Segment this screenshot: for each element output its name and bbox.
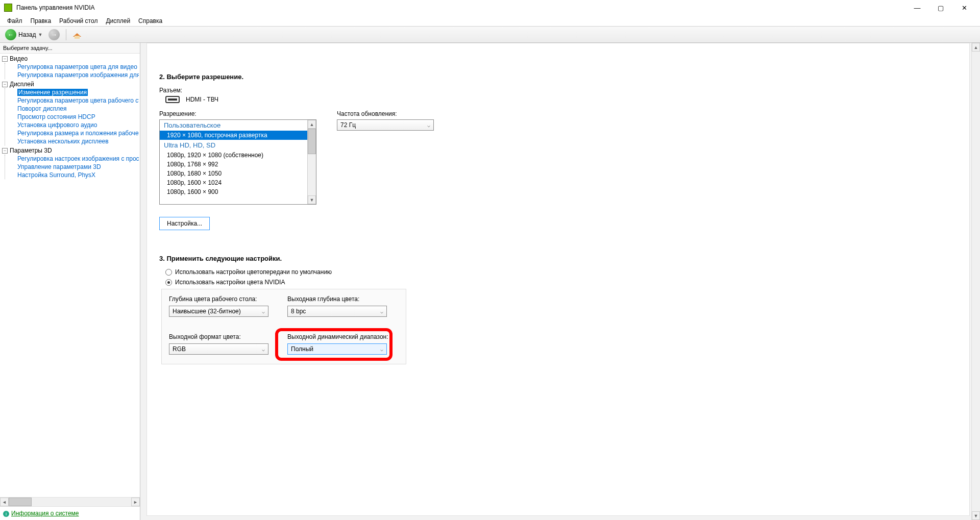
chevron-down-icon: ⌵ (262, 346, 265, 352)
menu-help[interactable]: Справка (134, 16, 166, 26)
scroll-thumb[interactable] (9, 498, 32, 506)
menu-desktop[interactable]: Рабочий стол (55, 16, 102, 26)
output-depth-value: 8 bpc (291, 308, 306, 315)
scroll-up-icon[interactable]: ▲ (308, 120, 316, 129)
output-format-dropdown[interactable]: RGB ⌵ (169, 343, 268, 355)
resolution-listbox[interactable]: Пользовательское 1920 × 1080, построчная… (159, 119, 316, 205)
tree-item[interactable]: Регулировка параметров цвета для видео (16, 63, 139, 71)
tree-group-label: Видео (10, 55, 28, 62)
reslist-item[interactable]: 1920 × 1080, построчная развертка (160, 131, 307, 140)
refresh-rate-dropdown[interactable]: 72 Гц ⌵ (337, 119, 434, 131)
output-format-value: RGB (173, 345, 186, 353)
scroll-track[interactable] (972, 52, 980, 511)
scroll-track[interactable] (9, 498, 131, 506)
titlebar: Панель управления NVIDIA — ▢ ✕ (0, 0, 980, 15)
tree-item[interactable]: Настройка Surround, PhysX (16, 171, 139, 179)
dynamic-range-value: Полный (291, 345, 313, 353)
reslist-group-custom: Пользовательское (160, 120, 307, 131)
info-icon: i (3, 511, 9, 517)
reslist-item[interactable]: 1080p, 1600 × 1024 (160, 178, 307, 187)
output-format-label: Выходной формат цвета: (169, 333, 281, 340)
collapse-icon[interactable]: − (2, 56, 8, 62)
tree-group-label: Дисплей (10, 81, 34, 88)
scroll-up-icon[interactable]: ▲ (972, 43, 980, 52)
back-icon: ← (5, 29, 16, 40)
radio-default-label: Использовать настройки цветопередачи по … (175, 268, 332, 276)
section-3-title: 3. Применить следующие настройки. (159, 255, 957, 262)
tree-group-label: Параметры 3D (10, 147, 52, 154)
system-info-link[interactable]: Информация о системе (11, 510, 79, 517)
home-icon (72, 30, 82, 39)
sidebar-footer: iИнформация о системе (0, 506, 140, 520)
desktop-depth-dropdown[interactable]: Наивысшее (32-битное) ⌵ (169, 306, 268, 317)
scroll-down-icon[interactable]: ▼ (308, 195, 316, 204)
section-2-title: 2. Выберите разрешение. (159, 73, 957, 81)
nvidia-icon (4, 4, 12, 12)
minimize-button[interactable]: — (905, 0, 929, 15)
tree-group-video[interactable]: − Видео (1, 55, 139, 63)
menu-display[interactable]: Дисплей (102, 16, 134, 26)
toolbar-separator (66, 29, 66, 40)
sidebar-header: Выберите задачу... (0, 43, 140, 54)
close-button[interactable]: ✕ (952, 0, 976, 15)
scroll-left-icon[interactable]: ◄ (0, 498, 9, 506)
collapse-icon[interactable]: − (2, 148, 8, 154)
scroll-thumb[interactable] (308, 129, 316, 154)
tree-item[interactable]: Просмотр состояния HDCP (16, 113, 139, 121)
toolbar: ← Назад ▼ → (0, 27, 980, 43)
scroll-down-icon[interactable]: ▼ (972, 511, 980, 520)
desktop-depth-label: Глубина цвета рабочего стола: (169, 295, 281, 303)
tree-item[interactable]: Установка цифрового аудио (16, 121, 139, 129)
tree-item[interactable]: Регулировка параметров цвета рабочего ст… (16, 96, 139, 105)
content-panel: 2. Выберите разрешение. Разъем: HDMI - Т… (146, 43, 970, 516)
reslist-group-hd: Ultra HD, HD, SD (160, 140, 307, 151)
menu-file[interactable]: Файл (3, 16, 27, 26)
reslist-item[interactable]: 1080p, 1768 × 992 (160, 160, 307, 169)
tree-group-display[interactable]: − Дисплей (1, 80, 139, 88)
window-title: Панель управления NVIDIA (16, 4, 905, 11)
tree-item[interactable]: Установка нескольких дисплеев (16, 137, 139, 145)
back-button[interactable]: ← Назад ▼ (3, 28, 44, 41)
tree-item[interactable]: Регулировка настроек изображения с просм… (16, 155, 139, 163)
connector-label: Разъем: (159, 87, 957, 94)
menubar: Файл Правка Рабочий стол Дисплей Справка (0, 15, 980, 27)
reslist-scrollbar[interactable]: ▲ ▼ (307, 120, 316, 204)
tree-group-3d[interactable]: − Параметры 3D (1, 146, 139, 155)
back-dropdown-icon[interactable]: ▼ (38, 32, 42, 37)
radio-nvidia-label: Использовать настройки цвета NVIDIA (175, 279, 285, 286)
output-depth-dropdown[interactable]: 8 bpc ⌵ (287, 306, 387, 317)
radio-icon (165, 269, 172, 276)
refresh-rate-label: Частота обновления: (337, 110, 434, 117)
tree-item[interactable]: Управление параметрами 3D (16, 163, 139, 171)
scroll-right-icon[interactable]: ► (131, 498, 140, 506)
radio-default-color[interactable]: Использовать настройки цветопередачи по … (165, 268, 957, 276)
output-depth-label: Выходная глубина цвета: (287, 295, 395, 303)
desktop-depth-value: Наивысшее (32-битное) (173, 308, 241, 315)
chevron-down-icon: ⌵ (262, 309, 265, 314)
reslist-item[interactable]: 1080p, 1920 × 1080 (собственное) (160, 151, 307, 160)
chevron-down-icon: ⌵ (380, 346, 383, 352)
content-vertical-scrollbar[interactable]: ▲ ▼ (971, 43, 980, 520)
reslist-item[interactable]: 1080p, 1680 × 1050 (160, 169, 307, 178)
refresh-rate-value: 72 Гц (340, 121, 356, 129)
forward-button[interactable]: → (46, 28, 62, 41)
sidebar: Выберите задачу... − Видео Регулировка п… (0, 43, 140, 520)
dynamic-range-dropdown[interactable]: Полный ⌵ (287, 343, 387, 355)
maximize-button[interactable]: ▢ (929, 0, 952, 15)
tree-item[interactable]: Поворот дисплея (16, 105, 139, 113)
customize-button[interactable]: Настройка... (159, 217, 210, 230)
content-area: 2. Выберите разрешение. Разъем: HDMI - Т… (140, 43, 980, 520)
tree-item-change-resolution[interactable]: Изменение разрешения (16, 88, 139, 96)
dynamic-range-label: Выходной динамический диапазон: (287, 333, 395, 340)
sidebar-horizontal-scrollbar[interactable]: ◄ ► (0, 497, 140, 506)
chevron-down-icon: ⌵ (427, 122, 430, 128)
tree-item[interactable]: Регулировка параметров изображения для в… (16, 71, 139, 79)
reslist-item[interactable]: 1080p, 1600 × 900 (160, 187, 307, 196)
hdmi-icon (165, 96, 180, 103)
home-button[interactable] (70, 29, 84, 40)
radio-nvidia-color[interactable]: Использовать настройки цвета NVIDIA (165, 279, 957, 286)
task-tree: − Видео Регулировка параметров цвета для… (0, 54, 140, 497)
menu-edit[interactable]: Правка (27, 16, 56, 26)
tree-item[interactable]: Регулировка размера и положения рабочего… (16, 129, 139, 137)
collapse-icon[interactable]: − (2, 82, 8, 87)
